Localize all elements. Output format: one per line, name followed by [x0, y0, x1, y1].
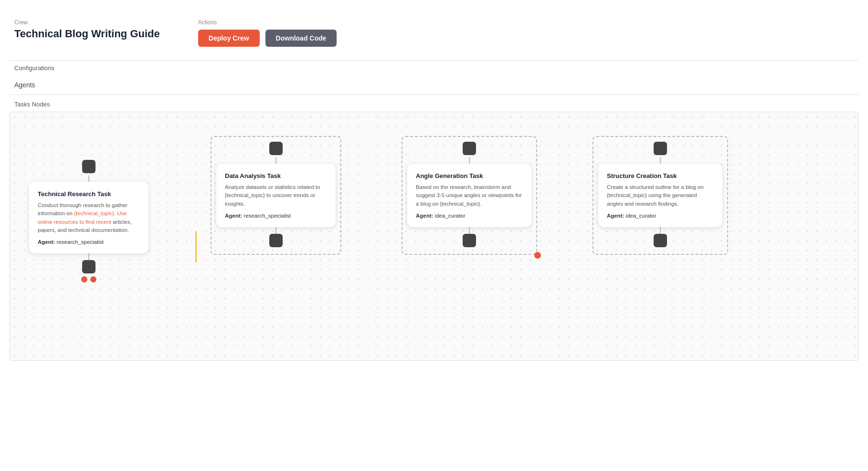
- task-column-1: Technical Research Task Conduct thorough…: [29, 160, 148, 283]
- divider-1: [10, 60, 858, 61]
- task-card-agent-3: Agent: idea_curator: [416, 213, 523, 219]
- task-card-title-4: Structure Creation Task: [607, 172, 714, 179]
- connector-top-4: [654, 142, 667, 155]
- task-card-agent-1: Agent: research_specialist: [38, 239, 140, 245]
- task-card-1[interactable]: Technical Research Task Conduct thorough…: [29, 182, 148, 253]
- configurations-section: Configurations: [10, 64, 858, 72]
- connector-top-2: [269, 142, 283, 155]
- yellow-line: [195, 231, 197, 262]
- connector-bottom-3: [463, 234, 476, 247]
- actions-section: Actions Deploy Crew Download Code: [198, 19, 337, 47]
- vline-bottom-2: [275, 227, 276, 234]
- task-card-2[interactable]: Data Analysis Task Analyze datasets or s…: [216, 164, 336, 227]
- task-column-2: Data Analysis Task Analyze datasets or s…: [211, 136, 341, 255]
- dashed-box-4: Structure Creation Task Create a structu…: [593, 136, 728, 255]
- agents-label: Agents: [14, 81, 35, 89]
- configurations-label: Configurations: [14, 64, 858, 72]
- task-card-agent-2: Agent: research_specialist: [225, 213, 327, 219]
- task-column-4: Structure Creation Task Create a structu…: [593, 136, 728, 255]
- canvas-area: Technical Research Task Conduct thorough…: [10, 112, 858, 361]
- task-card-4[interactable]: Structure Creation Task Create a structu…: [598, 164, 722, 227]
- dot-red-1a: [81, 276, 87, 283]
- connector-bottom-4: [654, 234, 667, 247]
- crew-title: Technical Blog Writing Guide: [14, 28, 160, 40]
- page-container: Crew Technical Blog Writing Guide Action…: [0, 0, 868, 471]
- tasks-canvas: Technical Research Task Conduct thorough…: [20, 122, 848, 351]
- vline-top-2: [275, 157, 276, 164]
- vline-top-1: [88, 175, 89, 182]
- download-code-button[interactable]: Download Code: [265, 30, 337, 47]
- vline-top-3: [469, 157, 470, 164]
- connector-bottom-1: [82, 260, 95, 273]
- task-card-title-2: Data Analysis Task: [225, 172, 327, 179]
- connector-top-1: [82, 160, 95, 173]
- task-card-desc-1: Conduct thorough research to gather info…: [38, 201, 140, 234]
- task-card-desc-3: Based on the research, brainstorm and su…: [416, 183, 523, 208]
- vline-bottom-4: [660, 227, 661, 234]
- dashed-box-2: Data Analysis Task Analyze datasets or s…: [211, 136, 341, 255]
- actions-buttons: Deploy Crew Download Code: [198, 30, 337, 47]
- deploy-crew-button[interactable]: Deploy Crew: [198, 30, 260, 47]
- vline-bottom-3: [469, 227, 470, 234]
- task-card-title-3: Angle Generation Task: [416, 172, 523, 179]
- dot-red-3: [534, 252, 541, 259]
- dots-row-1: [81, 276, 96, 283]
- task-card-title-1: Technical Research Task: [38, 190, 140, 198]
- header-section: Crew Technical Blog Writing Guide Action…: [10, 19, 858, 51]
- dot-red-1b: [90, 276, 96, 283]
- connector-top-3: [463, 142, 476, 155]
- task-card-agent-4: Agent: idea_curator: [607, 213, 714, 219]
- task-card-desc-2: Analyze datasets or statistics related t…: [225, 183, 327, 208]
- vline-top-4: [660, 157, 661, 164]
- actions-label: Actions: [198, 19, 337, 26]
- task-column-3: Angle Generation Task Based on the resea…: [402, 136, 537, 255]
- task-card-desc-4: Create a structured outline for a blog o…: [607, 183, 714, 208]
- tasks-nodes-label: Tasks Nodes: [10, 101, 858, 108]
- agents-section: Agents: [10, 75, 858, 95]
- crew-label: Crew: [14, 19, 160, 26]
- crew-info: Crew Technical Blog Writing Guide: [14, 19, 160, 48]
- vline-bottom-1: [88, 253, 89, 260]
- dashed-box-3: Angle Generation Task Based on the resea…: [402, 136, 537, 255]
- connector-bottom-2: [269, 234, 283, 247]
- task-card-3[interactable]: Angle Generation Task Based on the resea…: [407, 164, 531, 227]
